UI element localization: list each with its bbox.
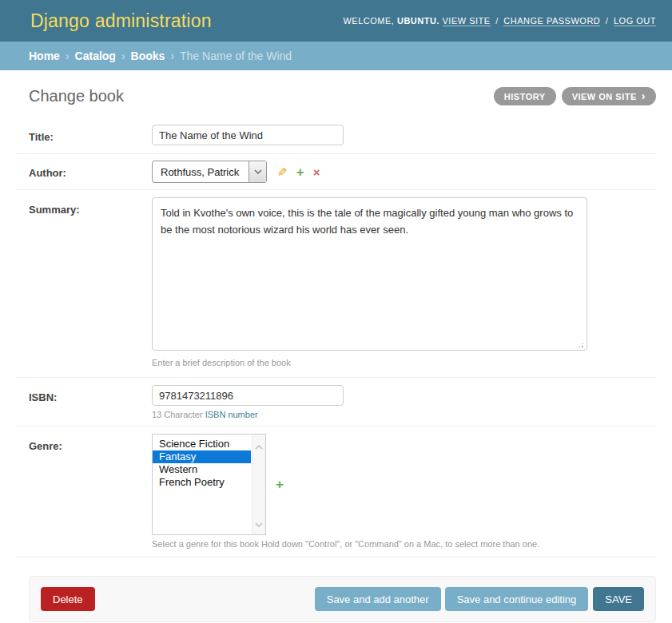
view-on-site-button[interactable]: VIEW ON SITE ›: [562, 87, 656, 105]
isbn-number-link[interactable]: ISBN number: [205, 410, 258, 419]
isbn-label: ISBN:: [29, 391, 57, 403]
chevron-right-icon: ›: [642, 90, 646, 101]
listbox-scrollbar[interactable]: [252, 435, 265, 534]
save-add-another-button[interactable]: Save and add another: [315, 587, 441, 611]
author-select[interactable]: Rothfuss, Patrick: [152, 161, 267, 183]
form-row-author: Author: Rothfuss, Patrick ✎ + ×: [16, 154, 656, 190]
user-tools-separator: /: [495, 16, 499, 26]
change-password-link[interactable]: CHANGE PASSWORD: [503, 16, 600, 26]
view-on-site-label: VIEW ON SITE: [572, 92, 637, 101]
author-select-value: Rothfuss, Patrick: [153, 161, 249, 182]
chevron-down-icon[interactable]: [249, 161, 266, 182]
breadcrumb-home[interactable]: Home: [29, 50, 60, 62]
breadcrumb: Home › Catalog › Books › The Name of the…: [0, 42, 672, 70]
delete-button[interactable]: Delete: [41, 587, 95, 611]
add-plus-icon[interactable]: +: [296, 165, 304, 179]
form-row-isbn: ISBN: 13 Character ISBN number: [16, 378, 656, 427]
genre-option[interactable]: French Poetry: [153, 476, 251, 489]
summary-textarea[interactable]: Told in Kvothe's own voice, this is the …: [152, 197, 587, 351]
summary-help: Enter a brief description of the book: [152, 358, 587, 367]
user-tools-separator: /: [606, 16, 609, 26]
history-button-label: HISTORY: [504, 92, 546, 101]
genre-label: Genre:: [29, 440, 62, 452]
username: UBUNTU.: [397, 16, 439, 26]
genre-option[interactable]: Western: [153, 463, 251, 476]
genre-option[interactable]: Science Fiction: [153, 438, 251, 450]
isbn-help-text: 13 Character: [152, 410, 205, 419]
history-button[interactable]: HISTORY: [494, 87, 556, 105]
save-continue-button[interactable]: Save and continue editing: [445, 587, 589, 611]
title-input[interactable]: [152, 125, 344, 145]
welcome-label: WELCOME,: [343, 16, 394, 26]
breadcrumb-catalog[interactable]: Catalog: [75, 50, 116, 62]
isbn-input[interactable]: [152, 385, 344, 406]
scroll-down-icon[interactable]: [255, 516, 263, 530]
delete-x-icon[interactable]: ×: [313, 166, 320, 178]
page-title: Change book: [29, 87, 124, 105]
form-row-summary: Summary: Told in Kvothe's own voice, thi…: [16, 190, 656, 378]
breadcrumb-separator: ›: [170, 50, 174, 62]
form-row-genre: Genre: Science Fiction Fantasy Western F…: [16, 427, 656, 558]
genre-select[interactable]: Science Fiction Fantasy Western French P…: [152, 434, 266, 535]
submit-row: Delete Save and add another Save and con…: [29, 576, 656, 622]
add-genre-plus-icon[interactable]: +: [276, 478, 284, 491]
admin-header: Django administration WELCOME, UBUNTU. V…: [0, 0, 672, 42]
genre-help: Select a genre for this book Hold down "…: [152, 539, 539, 549]
author-label: Author:: [29, 167, 66, 179]
scroll-up-icon[interactable]: [255, 438, 263, 453]
log-out-link[interactable]: LOG OUT: [614, 16, 656, 26]
content: Change book HISTORY VIEW ON SITE › Title…: [0, 70, 672, 622]
genre-option[interactable]: Fantasy: [153, 450, 251, 463]
object-tools: HISTORY VIEW ON SITE ›: [494, 87, 656, 105]
breadcrumb-separator: ›: [66, 50, 70, 62]
site-brand: Django administration: [30, 10, 212, 32]
breadcrumb-separator: ›: [121, 50, 125, 62]
form-row-title: Title:: [16, 117, 656, 154]
breadcrumb-current: The Name of the Wind: [180, 50, 292, 62]
view-site-link[interactable]: VIEW SITE: [443, 16, 491, 26]
save-button[interactable]: SAVE: [593, 587, 644, 611]
breadcrumb-books[interactable]: Books: [131, 50, 165, 62]
user-tools: WELCOME, UBUNTU. VIEW SITE / CHANGE PASS…: [343, 16, 656, 26]
title-label: Title:: [29, 131, 54, 143]
summary-label: Summary:: [29, 204, 80, 216]
isbn-help: 13 Character ISBN number: [152, 410, 344, 419]
edit-pencil-icon[interactable]: ✎: [277, 166, 288, 178]
